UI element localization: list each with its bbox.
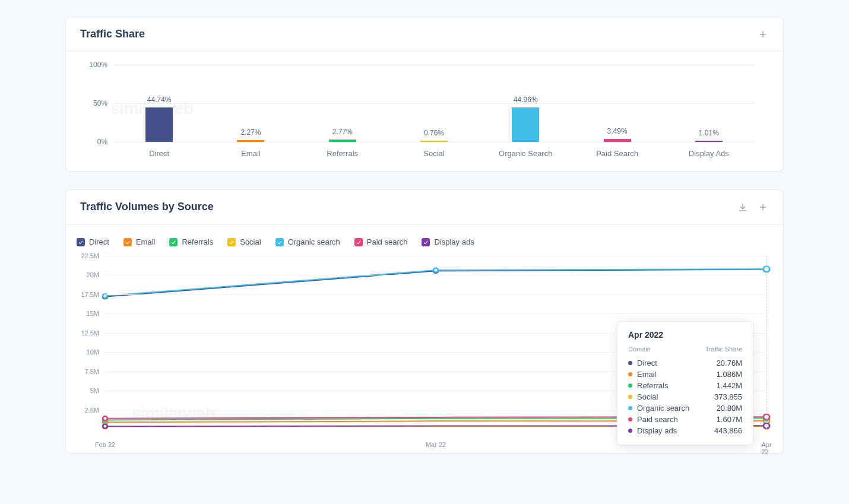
traffic-volumes-body: DirectEmailReferralsSocialOrganic search…: [66, 224, 783, 453]
gridline: [113, 142, 755, 142]
bar-value-label: 2.77%: [332, 128, 353, 136]
bar-display[interactable]: 1.01%: [695, 141, 723, 142]
bar-column: 3.49%: [571, 65, 663, 142]
tooltip-dot: [628, 383, 632, 388]
traffic-share-body: similarweb 0%50%100%44.74%2.27%2.77%0.76…: [66, 52, 783, 171]
tooltip-rows: Direct20.76MEmail1.086MReferrals1.442MSo…: [628, 357, 742, 436]
tooltip-label: Organic search: [637, 404, 689, 413]
y-tick-label: 20M: [87, 271, 99, 278]
traffic-share-plot: 0%50%100%44.74%2.27%2.77%0.76%44.96%3.49…: [113, 65, 755, 142]
tooltip-row: Direct20.76M: [628, 357, 742, 369]
card-header: Traffic Share: [66, 17, 783, 52]
tooltip-dot: [628, 372, 632, 376]
legend-checkbox[interactable]: [354, 238, 363, 246]
x-tick-label: Organic Search: [480, 149, 571, 158]
y-tick-label: 10M: [87, 348, 99, 356]
card-actions: [737, 201, 769, 213]
legend-item-paid[interactable]: Paid search: [354, 237, 408, 246]
tooltip-value: 20.80M: [717, 404, 742, 413]
legend-item-referrals[interactable]: Referrals: [169, 237, 213, 246]
crosshair-line: [766, 256, 767, 429]
tooltip-value: 1.607M: [717, 415, 742, 424]
tooltip-row: Social373,855: [628, 391, 742, 402]
y-tick-label: 100%: [89, 61, 107, 69]
y-tick-label: 12.5M: [81, 329, 99, 337]
tooltip-label: Display ads: [637, 426, 677, 435]
y-tick-label: 7.5M: [85, 368, 99, 375]
traffic-volumes-plot-wrap: similarweb 22.5M20M17.5M15M12.5M10M7.5M5…: [105, 256, 766, 440]
tooltip-value: 20.76M: [717, 359, 742, 367]
legend-checkbox[interactable]: [169, 238, 178, 246]
add-icon[interactable]: [757, 28, 769, 40]
legend-checkbox[interactable]: [123, 238, 132, 246]
tooltip-value: 373,855: [714, 392, 742, 401]
legend-checkbox[interactable]: [422, 238, 430, 246]
download-icon[interactable]: [737, 201, 749, 213]
bar-column: 44.74%: [113, 65, 205, 142]
bar-value-label: 2.27%: [240, 128, 261, 137]
y-tick-label: 15M: [87, 310, 99, 317]
point-display[interactable]: [103, 424, 107, 429]
bar-value-label: 44.96%: [514, 96, 538, 104]
y-tick-label: 2.5M: [85, 407, 99, 414]
tooltip-label: Referrals: [637, 381, 669, 390]
x-tick-label: Social: [388, 149, 480, 158]
bar-social[interactable]: 0.76%: [420, 141, 448, 142]
tooltip-row: Organic search20.80M: [628, 402, 742, 414]
tooltip: Apr 2022 Domain Traffic Share Direct20.7…: [617, 321, 753, 445]
point-paid[interactable]: [103, 416, 107, 420]
legend-label: Display ads: [434, 237, 474, 246]
point-organic[interactable]: [433, 268, 438, 272]
add-icon[interactable]: [757, 201, 769, 213]
card-title: Traffic Volumes by Source: [80, 201, 214, 213]
gridline: [105, 294, 766, 295]
tooltip-label: Social: [637, 392, 658, 401]
card-actions: [757, 28, 769, 40]
bar-column: 1.01%: [663, 65, 755, 142]
bar-referrals[interactable]: 2.77%: [329, 140, 356, 142]
gridline: [105, 256, 766, 256]
tooltip-label: Direct: [637, 359, 657, 367]
legend-checkbox[interactable]: [77, 238, 85, 246]
legend-item-display[interactable]: Display ads: [422, 237, 474, 246]
traffic-share-card: Traffic Share similarweb 0%50%100%44.74%…: [65, 17, 784, 172]
x-tick-label: Referrals: [297, 149, 388, 158]
tooltip-row: Referrals1.442M: [628, 380, 742, 391]
tooltip-dot: [628, 417, 632, 421]
legend-item-direct[interactable]: Direct: [77, 237, 109, 246]
tooltip-dot: [628, 395, 632, 399]
traffic-volumes-card: Traffic Volumes by Source DirectEmailRef…: [65, 189, 784, 454]
bar-organic[interactable]: 44.96%: [512, 107, 539, 142]
legend-checkbox[interactable]: [227, 238, 236, 246]
bar-direct[interactable]: 44.74%: [145, 107, 173, 142]
bar-value-label: 1.01%: [699, 129, 719, 137]
tooltip-row: Paid search1.607M: [628, 414, 742, 425]
y-tick-label: 0%: [97, 138, 107, 146]
tooltip-label: Email: [637, 370, 657, 379]
tooltip-row: Email1.086M: [628, 369, 742, 380]
legend-item-organic[interactable]: Organic search: [275, 237, 340, 246]
bar-column: 2.27%: [205, 65, 296, 142]
gridline: [105, 313, 766, 314]
legend-item-social[interactable]: Social: [227, 237, 261, 246]
tooltip-label: Paid search: [637, 415, 678, 424]
bar-column: 2.77%: [297, 65, 388, 142]
y-tick-label: 22.5M: [81, 252, 99, 259]
legend-label: Referrals: [182, 237, 213, 246]
bar-column: 0.76%: [388, 65, 480, 142]
card-header: Traffic Volumes by Source: [66, 190, 783, 224]
bar-paid[interactable]: 3.49%: [604, 139, 631, 142]
x-tick-label: Feb 22: [95, 441, 115, 448]
tooltip-value: 443,866: [714, 426, 742, 435]
tooltip-header: Domain Traffic Share: [628, 345, 742, 353]
legend: DirectEmailReferralsSocialOrganic search…: [77, 235, 766, 256]
legend-item-email[interactable]: Email: [123, 237, 156, 246]
card-title: Traffic Share: [80, 28, 145, 40]
bar-email[interactable]: 2.27%: [237, 140, 264, 142]
legend-label: Paid search: [367, 237, 408, 246]
legend-checkbox[interactable]: [275, 238, 284, 246]
x-tick-label: Email: [205, 149, 296, 158]
x-tick-label: Apr 22: [761, 441, 771, 455]
tooltip-col-right: Traffic Share: [705, 345, 742, 353]
tooltip-value: 1.442M: [717, 381, 742, 390]
